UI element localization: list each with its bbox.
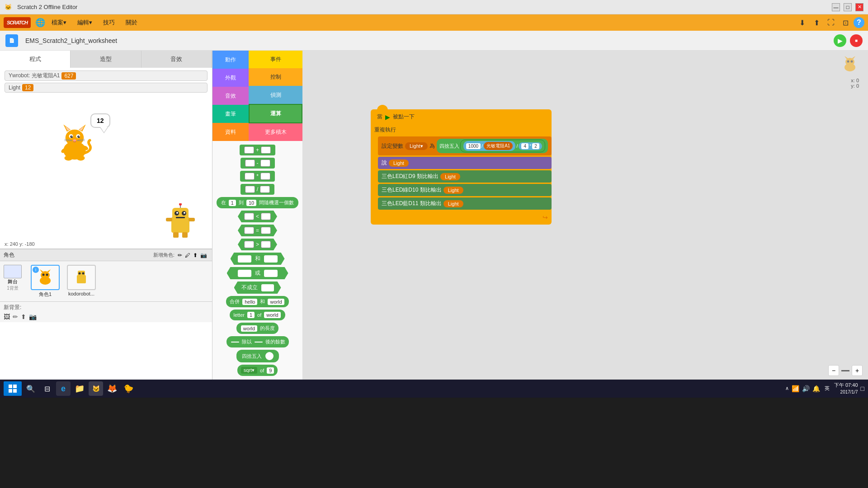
cat-pen[interactable]: 畫筆 bbox=[212, 105, 249, 123]
forever-end: ↪ bbox=[371, 212, 552, 225]
sprite-item-cat[interactable]: i 角色1 bbox=[29, 265, 61, 298]
set-variable-block[interactable]: 設定變數 Light▾ 為 四捨五入 1000 / 光敏電阻A1 / bbox=[378, 136, 552, 155]
led-blue-block[interactable]: 三色LED藍D11 類比輸出 Light bbox=[378, 197, 552, 210]
svg-point-27 bbox=[176, 212, 178, 214]
bg-camera-icon[interactable]: 📷 bbox=[29, 313, 37, 320]
svg-rect-50 bbox=[9, 385, 12, 388]
bg-upload-icon[interactable]: ⬆ bbox=[21, 313, 26, 320]
zoom-reset-button[interactable] bbox=[841, 366, 850, 375]
action-center-icon[interactable]: □ bbox=[861, 385, 864, 392]
minimize-button[interactable]: — bbox=[832, 3, 840, 11]
scratch-taskbar-icon[interactable]: 🐱 bbox=[89, 381, 103, 396]
mod-block[interactable]: 除以 後的餘數 bbox=[226, 336, 289, 347]
edit-menu[interactable]: 編輯▾ bbox=[73, 17, 97, 28]
bg-draw-icon[interactable]: 🖼 bbox=[4, 313, 10, 320]
tab-sound[interactable]: 音效 bbox=[142, 51, 212, 68]
network-icon[interactable]: 📶 bbox=[792, 385, 799, 392]
not-block[interactable]: 不成立 bbox=[234, 282, 281, 294]
cat-motion[interactable]: 動作 bbox=[212, 51, 249, 69]
join-block[interactable]: 合併 hello 和 world bbox=[226, 296, 289, 307]
less-than-block[interactable]: < bbox=[238, 211, 277, 222]
sprite-thumb-kodo bbox=[67, 265, 96, 290]
math-block[interactable]: sqrt▾ of 9 bbox=[237, 365, 278, 376]
globe-icon[interactable]: 🌐 bbox=[35, 18, 45, 28]
random-block[interactable]: 在 1 到 10 間隨機選一個數 bbox=[217, 197, 298, 208]
length-block[interactable]: world 的長度 bbox=[236, 323, 278, 334]
tab-costume[interactable]: 造型 bbox=[71, 51, 141, 68]
svg-point-35 bbox=[41, 271, 50, 279]
zoom-in-button[interactable]: + bbox=[852, 365, 863, 376]
multiply-block[interactable]: * bbox=[240, 171, 275, 182]
cat-operators[interactable]: 運算 bbox=[249, 104, 302, 123]
svg-point-1 bbox=[66, 130, 84, 146]
download-icon[interactable]: ⬇ bbox=[796, 16, 808, 29]
help-icon[interactable]: ? bbox=[854, 17, 864, 28]
sprite-info-icon: i bbox=[33, 267, 39, 273]
stop-button[interactable]: ■ bbox=[850, 34, 863, 47]
or-block[interactable]: 或 bbox=[227, 267, 288, 279]
block-categories: 動作 外觀 音效 畫筆 資料 事件 控制 偵測 運算 更多積木 bbox=[212, 51, 302, 141]
close-button[interactable]: ✕ bbox=[855, 3, 863, 11]
led-red-block[interactable]: 三色LED紅D9 類比輸出 Light bbox=[378, 170, 552, 183]
cat-control[interactable]: 控制 bbox=[249, 68, 302, 86]
cat-looks[interactable]: 外觀 bbox=[212, 69, 249, 87]
file-menu[interactable]: 檔案▾ bbox=[47, 17, 71, 28]
svg-point-39 bbox=[46, 274, 48, 276]
cat-data[interactable]: 資料 bbox=[212, 123, 249, 141]
draw-sprite-icon[interactable]: ✏ bbox=[178, 252, 182, 258]
search-button[interactable]: 🔍 bbox=[24, 381, 38, 396]
bg-edit-icon[interactable]: ✏ bbox=[13, 313, 18, 320]
led-green-block[interactable]: 三色LED綠D10 類比輸出 Light bbox=[378, 184, 552, 196]
round-block[interactable]: 四捨五入 bbox=[236, 350, 279, 362]
upload-sprite-icon[interactable]: ⬆ bbox=[193, 252, 198, 258]
bg-label: 新背景: bbox=[4, 304, 208, 311]
svg-rect-30 bbox=[173, 232, 179, 238]
sprite-item-kodo[interactable]: kodorobot... bbox=[65, 265, 98, 298]
y-coord: y: 0 bbox=[851, 83, 859, 89]
tab-script[interactable]: 程式 bbox=[0, 51, 71, 68]
and-block[interactable]: 和 bbox=[231, 253, 285, 265]
zoom-out-button[interactable]: − bbox=[828, 365, 839, 376]
start-button[interactable] bbox=[4, 381, 22, 396]
lang-indicator[interactable]: 英 bbox=[823, 384, 831, 393]
tray-up-arrow[interactable]: ∧ bbox=[785, 385, 789, 391]
script-area: x: 0 y: 0 當 ▶ 被點一下 bbox=[303, 51, 868, 380]
letter-of-block[interactable]: letter 1 of world bbox=[230, 310, 285, 320]
greater-than-block[interactable]: > bbox=[238, 239, 277, 250]
maximize-button[interactable]: □ bbox=[844, 3, 852, 11]
stage-thumb-image bbox=[4, 265, 22, 278]
green-flag-button[interactable]: ▶ bbox=[834, 34, 846, 47]
svg-point-10 bbox=[71, 136, 72, 136]
stage-thumb[interactable]: 舞台 1背景 bbox=[4, 265, 22, 298]
firefox-taskbar-icon[interactable]: 🦊 bbox=[105, 381, 119, 396]
expand-icon[interactable]: ⛶ bbox=[825, 16, 837, 29]
about-menu[interactable]: 關於 bbox=[121, 17, 142, 28]
cat-events[interactable]: 事件 bbox=[249, 51, 302, 68]
tips-menu[interactable]: 技巧 bbox=[99, 17, 119, 28]
equals-block[interactable]: = bbox=[238, 225, 277, 236]
subtract-block[interactable]: - bbox=[241, 158, 275, 169]
hat-block[interactable]: 當 ▶ 被點一下 bbox=[371, 109, 552, 124]
edge-taskbar-icon[interactable]: e bbox=[56, 381, 71, 396]
duck-taskbar-icon[interactable]: 🐤 bbox=[121, 381, 136, 396]
system-tray: ∧ 📶 🔊 🔔 英 下午 07:40 2017/1/7 □ bbox=[785, 382, 864, 395]
task-view-button[interactable]: ⊟ bbox=[40, 381, 54, 396]
edit-sprite-icon[interactable]: 🖊 bbox=[185, 252, 190, 258]
shrink-icon[interactable]: ⊡ bbox=[839, 16, 852, 29]
notification-icon[interactable]: 🔔 bbox=[812, 385, 820, 392]
camera-sprite-icon[interactable]: 📷 bbox=[200, 252, 207, 258]
add-block[interactable]: + bbox=[240, 145, 275, 155]
forever-block[interactable]: 重複執行 bbox=[371, 124, 552, 136]
cat-sound[interactable]: 音效 bbox=[212, 87, 249, 105]
sprite-label-kodo: kodorobot... bbox=[68, 291, 94, 296]
folder-taskbar-icon[interactable]: 📁 bbox=[72, 381, 87, 396]
cat-sensing[interactable]: 偵測 bbox=[249, 86, 302, 103]
divide-block[interactable]: / bbox=[241, 184, 274, 195]
upload-icon[interactable]: ⬆ bbox=[810, 16, 823, 29]
robot-var-badge: Ywrobot: 光敏電阻A1 627 bbox=[5, 70, 208, 81]
say-block[interactable]: 說 Light bbox=[378, 157, 552, 169]
sprite-list-title: 角色 bbox=[4, 251, 153, 259]
cat-more-blocks[interactable]: 更多積木 bbox=[249, 123, 302, 141]
taskbar: 🔍 ⊟ e 📁 🐱 🦊 🐤 ∧ 📶 🔊 🔔 英 下午 07:40 2017/1/… bbox=[0, 380, 868, 398]
volume-icon[interactable]: 🔊 bbox=[802, 385, 810, 392]
